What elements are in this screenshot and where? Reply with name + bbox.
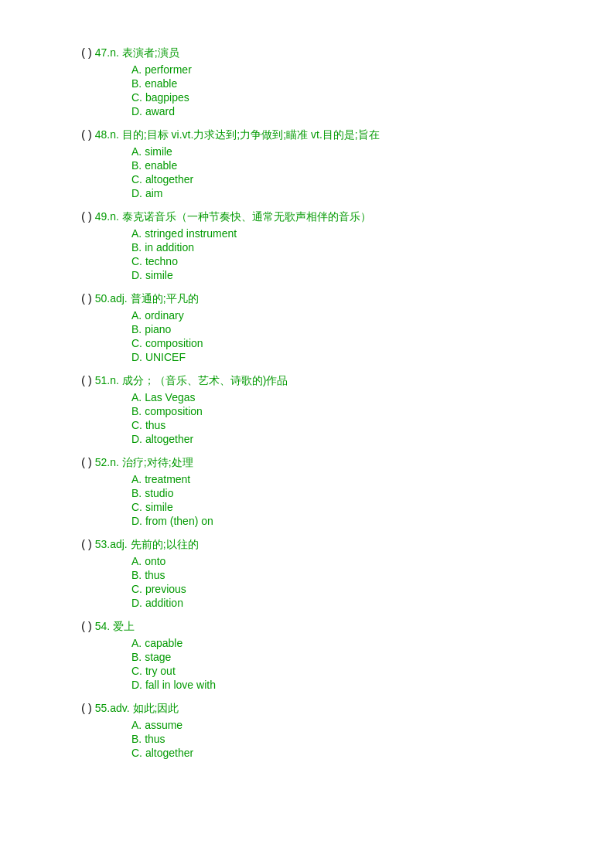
question-line-q48: ()48.n.目的;目标 vi.vt.力求达到;力争做到;瞄准 vt.目的是;旨… <box>62 128 552 142</box>
paren-left-q49: ( <box>62 210 85 223</box>
option-label-q49-3: D. <box>131 269 145 281</box>
question-text-q48: 目的;目标 vi.vt.力求达到;力争做到;瞄准 vt.目的是;旨在 <box>122 128 380 142</box>
question-text-q53: 先前的;以往的 <box>131 538 199 552</box>
option-item-q52-1: B. studio <box>131 487 552 499</box>
option-value-q52-3: from (then) on <box>145 515 213 527</box>
option-value-q53-2: previous <box>145 583 186 595</box>
question-number-q55: 55.adv. <box>95 702 130 714</box>
option-label-q54-2: C. <box>131 665 145 677</box>
option-item-q48-3: D. aim <box>131 187 552 199</box>
option-value-q52-0: treatment <box>145 473 190 485</box>
question-block-q55: ()55.adv.如此;因此A. assumeB. thusC. altoget… <box>62 702 552 759</box>
option-label-q52-1: B. <box>131 487 145 499</box>
question-number-q50: 50.adj. <box>95 292 128 305</box>
option-value-q53-3: addition <box>145 597 183 609</box>
paren-left-q53: ( <box>62 538 85 550</box>
option-label-q47-0: A. <box>131 63 145 76</box>
option-label-q49-0: A. <box>131 227 145 240</box>
option-value-q53-0: onto <box>145 555 165 567</box>
question-block-q47: ()47.n.表演者;演员A. performerB. enableC. bag… <box>62 46 552 117</box>
question-number-q49: 49.n. <box>95 210 119 223</box>
question-line-q52: ()52.n.治疗;对待;处理 <box>62 456 552 470</box>
option-label-q51-3: D. <box>131 433 145 445</box>
option-item-q54-1: B. stage <box>131 651 552 663</box>
paren-right-q47: ) <box>88 46 92 59</box>
paren-left-q51: ( <box>62 374 85 386</box>
option-value-q47-2: bagpipes <box>145 91 189 104</box>
option-value-q54-3: fall in love with <box>145 679 216 691</box>
option-value-q48-0: simile <box>145 145 172 158</box>
option-label-q54-3: D. <box>131 679 145 691</box>
option-value-q52-1: studio <box>145 487 173 499</box>
question-text-q50: 普通的;平凡的 <box>131 292 199 306</box>
options-q48: A. simileB. enableC. altogetherD. aim <box>131 145 552 199</box>
option-value-q47-3: award <box>145 105 175 117</box>
paren-right-q54: ) <box>88 620 92 632</box>
option-item-q50-2: C. composition <box>131 337 552 349</box>
option-label-q51-1: B. <box>131 405 145 417</box>
option-value-q54-0: capable <box>145 637 182 649</box>
question-number-q51: 51.n. <box>95 374 119 386</box>
options-q51: A. Las VegasB. compositionC. thusD. alto… <box>131 391 552 445</box>
options-q53: A. ontoB. thusC. previousD. addition <box>131 555 552 609</box>
question-line-q51: ()51.n.成分；（音乐、艺术、诗歌的)作品 <box>62 374 552 388</box>
option-value-q55-0: assume <box>145 719 182 731</box>
option-item-q52-3: D. from (then) on <box>131 515 552 527</box>
option-item-q55-0: A. assume <box>131 719 552 731</box>
option-value-q55-2: altogether <box>145 747 193 759</box>
option-item-q53-2: C. previous <box>131 583 552 595</box>
option-item-q51-0: A. Las Vegas <box>131 391 552 403</box>
question-block-q49: ()49.n.泰克诺音乐（一种节奏快、通常无歌声相伴的音乐）A. stringe… <box>62 210 552 281</box>
option-item-q50-1: B. piano <box>131 323 552 335</box>
option-value-q49-3: simile <box>145 269 173 281</box>
question-line-q53: ()53.adj.先前的;以往的 <box>62 538 552 552</box>
paren-right-q52: ) <box>88 456 92 468</box>
question-number-q48: 48.n. <box>95 128 119 141</box>
option-label-q55-2: C. <box>131 747 145 759</box>
option-item-q49-0: A. stringed instrument <box>131 227 552 240</box>
question-block-q54: ()54.爱上A. capableB. stageC. try outD. fa… <box>62 620 552 691</box>
option-item-q49-2: C. techno <box>131 255 552 267</box>
option-label-q48-0: A. <box>131 145 145 158</box>
option-label-q52-0: A. <box>131 473 145 485</box>
option-label-q47-1: B. <box>131 77 145 90</box>
option-item-q48-1: B. enable <box>131 159 552 172</box>
question-line-q50: ()50.adj.普通的;平凡的 <box>62 292 552 306</box>
option-item-q49-3: D. simile <box>131 269 552 281</box>
option-item-q50-3: D. UNICEF <box>131 351 552 363</box>
question-text-q47: 表演者;演员 <box>122 46 179 60</box>
paren-right-q50: ) <box>88 292 92 305</box>
paren-right-q51: ) <box>88 374 92 386</box>
question-text-q51: 成分；（音乐、艺术、诗歌的)作品 <box>122 374 288 388</box>
option-value-q53-1: thus <box>145 569 165 581</box>
option-label-q50-2: C. <box>131 337 145 349</box>
question-line-q49: ()49.n.泰克诺音乐（一种节奏快、通常无歌声相伴的音乐） <box>62 210 552 224</box>
options-q55: A. assumeB. thusC. altogether <box>131 719 552 759</box>
options-q54: A. capableB. stageC. try outD. fall in l… <box>131 637 552 691</box>
paren-right-q53: ) <box>88 538 92 550</box>
paren-left-q52: ( <box>62 456 85 468</box>
option-item-q52-0: A. treatment <box>131 473 552 485</box>
options-q47: A. performerB. enableC. bagpipesD. award <box>131 63 552 117</box>
option-label-q50-3: D. <box>131 351 145 363</box>
option-label-q50-1: B. <box>131 323 145 335</box>
option-item-q54-0: A. capable <box>131 637 552 649</box>
option-label-q48-2: C. <box>131 173 145 186</box>
option-label-q52-2: C. <box>131 501 145 513</box>
option-label-q50-0: A. <box>131 309 145 322</box>
option-item-q53-3: D. addition <box>131 597 552 609</box>
option-item-q47-3: D. award <box>131 105 552 117</box>
option-value-q52-2: simile <box>145 501 173 513</box>
paren-left-q48: ( <box>62 128 85 141</box>
options-q50: A. ordinaryB. pianoC. compositionD. UNIC… <box>131 309 552 363</box>
paren-left-q55: ( <box>62 702 85 714</box>
option-item-q47-2: C. bagpipes <box>131 91 552 104</box>
option-label-q49-1: B. <box>131 241 145 254</box>
option-value-q51-3: altogether <box>145 433 193 445</box>
paren-left-q47: ( <box>62 46 85 59</box>
option-label-q54-1: B. <box>131 651 145 663</box>
option-value-q50-0: ordinary <box>145 309 184 322</box>
questions-container: ()47.n.表演者;演员A. performerB. enableC. bag… <box>62 46 552 759</box>
question-text-q55: 如此;因此 <box>133 702 179 716</box>
option-item-q48-0: A. simile <box>131 145 552 158</box>
